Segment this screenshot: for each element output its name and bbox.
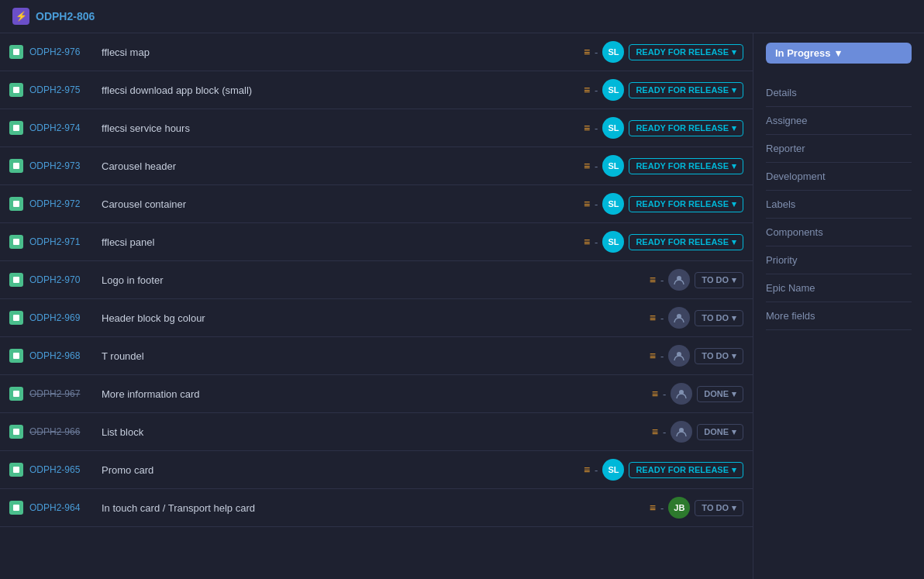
status-badge[interactable]: READY FOR RELEASE ▾ [629,462,743,478]
menu-icon[interactable]: ≡ [652,426,658,438]
issue-title: fflecsi map [102,47,578,58]
issue-type-icon [9,121,23,135]
menu-icon[interactable]: ≡ [584,122,590,134]
sidebar-section-components[interactable]: Components [766,219,912,246]
sidebar-section-labels[interactable]: Labels [766,191,912,219]
svg-rect-5 [13,239,19,245]
status-badge[interactable]: READY FOR RELEASE ▾ [629,44,743,60]
issue-id[interactable]: ODPH2-966 [29,426,95,437]
dash-separator: - [595,236,598,248]
issue-id[interactable]: ODPH2-965 [29,464,95,475]
menu-icon[interactable]: ≡ [650,312,656,324]
sidebar-section-reporter[interactable]: Reporter [766,135,912,163]
avatar: SL [602,41,624,63]
sidebar-section-development[interactable]: Development [766,163,912,191]
issue-id[interactable]: ODPH2-975 [29,84,95,95]
table-row[interactable]: ODPH2-966List block≡-DONE ▾ [0,413,753,451]
menu-icon[interactable]: ≡ [584,160,590,172]
issue-id[interactable]: ODPH2-974 [29,122,95,133]
issue-id[interactable]: ODPH2-973 [29,160,95,171]
table-row[interactable]: ODPH2-975fflecsi download app block (sma… [0,71,753,109]
status-badge[interactable]: READY FOR RELEASE ▾ [629,196,743,212]
issue-title: More information card [102,388,646,400]
menu-icon[interactable]: ≡ [650,274,656,286]
table-row[interactable]: ODPH2-965Promo card≡-SLREADY FOR RELEASE… [0,451,753,489]
menu-icon[interactable]: ≡ [584,46,590,58]
table-row[interactable]: ODPH2-967More information card≡-DONE ▾ [0,375,753,413]
menu-icon[interactable]: ≡ [650,350,656,362]
avatar [671,383,692,405]
issue-title: Carousel header [102,160,578,172]
issue-id[interactable]: ODPH2-971 [29,236,95,247]
issue-actions: ≡-SLREADY FOR RELEASE ▾ [584,231,743,253]
table-row[interactable]: ODPH2-970Logo in footer≡-TO DO ▾ [0,261,753,299]
menu-icon[interactable]: ≡ [584,464,590,476]
status-badge[interactable]: TO DO ▾ [695,272,743,288]
issue-type-icon [9,159,23,173]
issue-id[interactable]: ODPH2-968 [29,350,95,361]
issue-type-icon [9,425,23,439]
status-badge[interactable]: READY FOR RELEASE ▾ [629,120,743,136]
svg-rect-2 [13,125,19,131]
svg-rect-0 [13,49,19,55]
status-badge[interactable]: READY FOR RELEASE ▾ [629,234,743,250]
issue-actions: ≡-DONE ▾ [652,383,743,405]
table-row[interactable]: ODPH2-969Header block bg colour≡-TO DO ▾ [0,299,753,337]
issue-title: fflecsi panel [102,236,578,248]
sidebar-section-details[interactable]: Details [766,79,912,107]
avatar: SL [602,79,624,101]
issue-type-icon [9,45,23,59]
issue-id[interactable]: ODPH2-969 [29,312,95,323]
chevron-down-icon: ▾ [732,389,736,399]
table-row[interactable]: ODPH2-964In touch card / Transport help … [0,489,753,527]
issue-actions: ≡-SLREADY FOR RELEASE ▾ [584,117,743,139]
issue-type-icon [9,463,23,477]
table-row[interactable]: ODPH2-973Carousel header≡-SLREADY FOR RE… [0,147,753,185]
table-row[interactable]: ODPH2-972Carousel container≡-SLREADY FOR… [0,185,753,223]
table-row[interactable]: ODPH2-974fflecsi service hours≡-SLREADY … [0,109,753,147]
sidebar-section-more-fields[interactable]: More fields [766,302,912,330]
issue-id[interactable]: ODPH2-976 [29,47,95,57]
dash-separator: - [660,274,664,286]
table-row[interactable]: ODPH2-976fflecsi map≡-SLREADY FOR RELEAS… [0,33,753,71]
issue-type-icon [9,387,23,401]
issue-actions: ≡-SLREADY FOR RELEASE ▾ [584,193,743,215]
issue-id[interactable]: ODPH2-964 [29,502,95,513]
issue-type-icon [9,83,23,97]
status-badge[interactable]: READY FOR RELEASE ▾ [629,158,743,174]
status-badge[interactable]: TO DO ▾ [695,310,743,326]
status-badge[interactable]: TO DO ▾ [695,348,743,364]
issue-id[interactable]: ODPH2-970 [29,274,95,285]
issue-title: Header block bg colour [102,312,643,324]
sidebar-section-assignee[interactable]: Assignee [766,107,912,135]
status-badge[interactable]: READY FOR RELEASE ▾ [629,82,743,98]
status-badge[interactable]: DONE ▾ [697,424,743,440]
svg-rect-4 [13,201,19,207]
table-row[interactable]: ODPH2-968T roundel≡-TO DO ▾ [0,337,753,375]
svg-rect-10 [13,353,19,359]
issue-type-icon [9,235,23,249]
avatar [668,269,690,291]
table-row[interactable]: ODPH2-971fflecsi panel≡-SLREADY FOR RELE… [0,223,753,261]
issue-title: Carousel container [102,198,578,210]
menu-icon[interactable]: ≡ [584,198,590,210]
issue-title: fflecsi service hours [102,122,578,134]
chevron-down-icon: ▾ [836,47,841,59]
header-icon: ⚡ [12,8,29,25]
issue-title: List block [102,426,646,438]
menu-icon[interactable]: ≡ [652,388,658,400]
sidebar-section-epic-name[interactable]: Epic Name [766,274,912,302]
issue-type-icon [9,349,23,363]
status-badge[interactable]: TO DO ▾ [695,500,743,516]
status-badge[interactable]: DONE ▾ [697,386,743,402]
sidebar-section-priority[interactable]: Priority [766,246,912,274]
issue-id[interactable]: ODPH2-967 [29,388,95,399]
avatar [668,345,690,367]
menu-icon[interactable]: ≡ [650,501,656,514]
issue-id[interactable]: ODPH2-972 [29,198,95,209]
status-dropdown[interactable]: In Progress ▾ [766,43,912,64]
menu-icon[interactable]: ≡ [584,84,590,96]
menu-icon[interactable]: ≡ [584,236,590,248]
svg-rect-8 [13,315,19,321]
issue-actions: ≡-SLREADY FOR RELEASE ▾ [584,79,743,101]
